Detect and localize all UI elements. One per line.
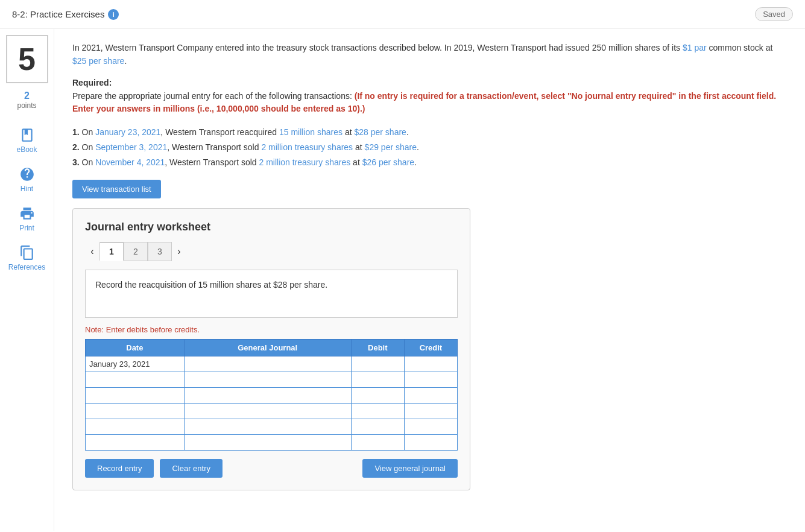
title-text: 8-2: Practice Exercises [12,9,104,19]
row3-journal[interactable] [184,388,351,404]
row6-date [86,435,185,451]
row5-debit-input[interactable] [355,422,400,431]
required-text: Prepare the appropriate journal entry fo… [72,90,787,115]
instruction-box: Record the reacquisition of 15 million s… [85,270,458,318]
action-buttons-left: Record entry Clear entry [85,459,223,478]
worksheet-container: Journal entry worksheet ‹ 1 2 3 › Record… [72,208,470,490]
share-price: $25 per share [72,56,124,66]
transactions-list: 1. On January 23, 2021, Western Transpor… [72,125,787,171]
transaction-2: 2. On September 3, 2021, Western Transpo… [72,140,787,155]
row5-credit[interactable] [404,419,457,435]
col-date: Date [86,340,185,356]
transaction-3: 3. On November 4, 2021, Western Transpor… [72,155,787,170]
row3-journal-input[interactable] [188,391,347,400]
note-text: Note: Enter debits before credits. [85,325,458,334]
tab-1[interactable]: 1 [99,242,124,261]
row1-credit[interactable] [404,356,457,372]
col-credit: Credit [404,340,457,356]
record-entry-button[interactable]: Record entry [85,459,154,478]
table-row [86,419,458,435]
points-text: points [17,101,36,110]
red-instruction: (If no entry is required for a transacti… [72,91,776,113]
sidebar-item-references[interactable]: References [3,239,51,276]
row6-credit[interactable] [404,435,457,451]
row3-date [86,388,185,404]
info-icon[interactable]: i [108,9,119,20]
row3-credit-input[interactable] [408,391,453,400]
row6-debit[interactable] [351,435,404,451]
col-journal: General Journal [184,340,351,356]
clear-entry-button[interactable]: Clear entry [160,459,223,478]
hint-label: Hint [21,185,33,193]
header-bar: 8-2: Practice Exercises i Saved [0,0,805,29]
row2-journal-input[interactable] [188,375,347,384]
row2-journal[interactable] [184,372,351,388]
book-icon [19,127,36,144]
question-number: 5 [18,41,36,77]
table-row: January 23, 2021 [86,356,458,372]
row4-journal[interactable] [184,404,351,419]
references-label: References [8,263,45,271]
row6-credit-input[interactable] [408,438,453,447]
row5-journal[interactable] [184,419,351,435]
row2-debit-input[interactable] [355,375,400,384]
header-title: 8-2: Practice Exercises i [12,9,119,20]
row2-debit[interactable] [351,372,404,388]
row1-date: January 23, 2021 [86,356,185,372]
row5-journal-input[interactable] [188,422,347,431]
row6-journal-input[interactable] [188,438,347,447]
transaction-1: 1. On January 23, 2021, Western Transpor… [72,125,787,140]
row1-journal-input[interactable] [188,359,347,369]
row4-credit[interactable] [404,404,457,419]
sidebar: 5 2 points eBook Hint [0,29,54,531]
sidebar-item-ebook[interactable]: eBook [3,122,51,159]
row5-credit-input[interactable] [408,422,453,431]
action-buttons-row: Record entry Clear entry View general jo… [85,459,458,478]
row3-debit-input[interactable] [355,391,400,400]
row3-credit[interactable] [404,388,457,404]
par-value: $1 par [683,43,707,52]
tab-next-arrow[interactable]: › [172,242,186,261]
row6-debit-input[interactable] [355,438,400,447]
row1-debit-input[interactable] [355,359,400,369]
view-transaction-button[interactable]: View transaction list [72,180,161,198]
row1-credit-input[interactable] [408,359,453,369]
journal-table: Date General Journal Debit Credit Januar… [85,339,458,451]
row2-credit[interactable] [404,372,457,388]
view-general-journal-button[interactable]: View general journal [362,459,458,478]
problem-intro: In 2021, Western Transport Company enter… [72,41,787,68]
row4-date [86,404,185,419]
row4-debit-input[interactable] [355,407,400,416]
points-label: 2 points [17,90,36,110]
tab-2[interactable]: 2 [124,242,148,261]
worksheet-title: Journal entry worksheet [85,221,458,233]
col-debit: Debit [351,340,404,356]
tab-prev-arrow[interactable]: ‹ [85,242,99,261]
saved-badge: Saved [755,7,793,21]
row5-debit[interactable] [351,419,404,435]
row4-journal-input[interactable] [188,407,347,416]
row4-debit[interactable] [351,404,404,419]
row2-date [86,372,185,388]
sidebar-item-print[interactable]: Print [3,200,51,237]
question-number-box: 5 [6,35,48,83]
table-row [86,404,458,419]
row3-debit[interactable] [351,388,404,404]
main-layout: 5 2 points eBook Hint [0,29,805,531]
table-row [86,435,458,451]
sidebar-item-hint[interactable]: Hint [3,161,51,198]
hint-icon [19,166,36,183]
table-row [86,388,458,404]
row1-journal[interactable] [184,356,351,372]
row2-credit-input[interactable] [408,375,453,384]
tab-3[interactable]: 3 [148,242,172,261]
row4-credit-input[interactable] [408,407,453,416]
row6-journal[interactable] [184,435,351,451]
references-icon [19,244,36,261]
required-section: Required: Prepare the appropriate journa… [72,78,787,115]
row1-debit[interactable] [351,356,404,372]
table-row [86,372,458,388]
points-value: 2 [17,90,36,101]
print-label: Print [19,224,34,232]
tab-navigation: ‹ 1 2 3 › [85,242,458,261]
